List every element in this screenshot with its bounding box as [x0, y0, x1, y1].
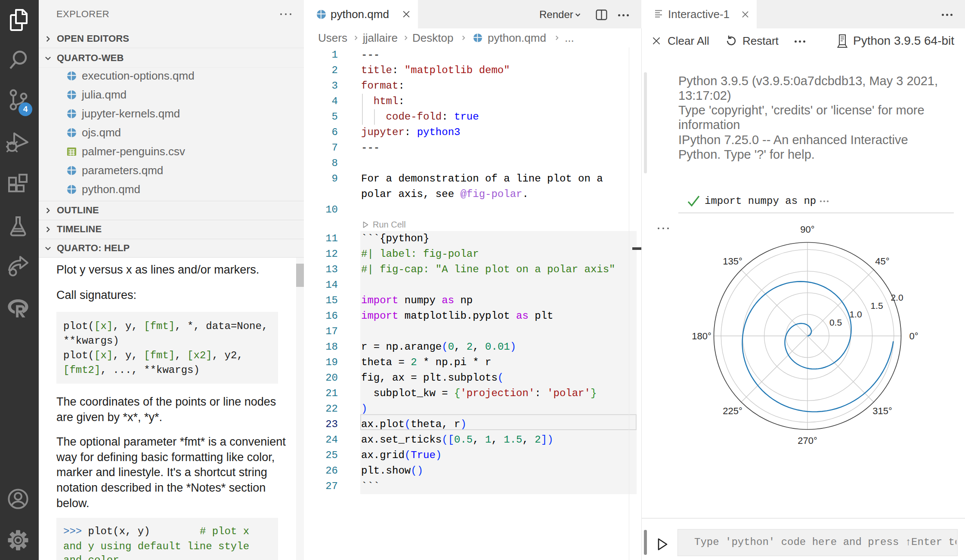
- svg-text:0°: 0°: [909, 331, 918, 342]
- svg-text:225°: 225°: [723, 406, 742, 416]
- svg-text:2.0: 2.0: [891, 292, 903, 302]
- svg-text:135°: 135°: [723, 256, 742, 267]
- svg-text:180°: 180°: [692, 331, 711, 342]
- svg-text:90°: 90°: [800, 224, 814, 235]
- svg-text:1.0: 1.0: [849, 309, 862, 319]
- svg-text:270°: 270°: [798, 435, 817, 446]
- svg-text:315°: 315°: [872, 406, 892, 416]
- svg-text:45°: 45°: [875, 256, 889, 267]
- svg-text:0.5: 0.5: [829, 317, 842, 327]
- svg-text:1.5: 1.5: [870, 301, 883, 311]
